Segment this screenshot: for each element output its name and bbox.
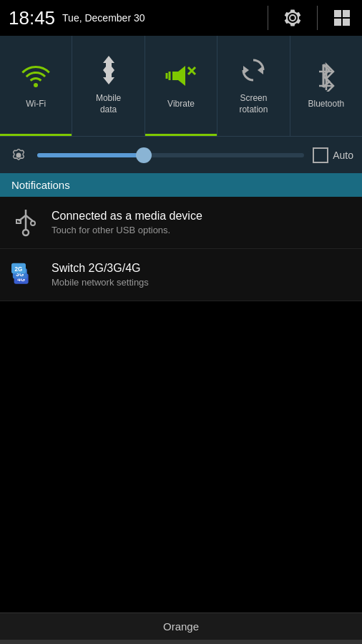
wifi-toggle[interactable]: Wi-Fi xyxy=(0,36,72,136)
status-bar: 18:45 Tue, December 30 xyxy=(0,0,362,36)
auto-container: Auto xyxy=(313,147,353,163)
usb-notification[interactable]: Connected as a media device Touch for ot… xyxy=(0,197,362,249)
bottom-area: Orange xyxy=(0,613,362,644)
settings-icon[interactable] xyxy=(281,6,304,29)
status-time: 18:45 xyxy=(9,7,55,29)
screen-rotation-icon xyxy=(235,52,272,89)
bluetooth-label: Bluetooth xyxy=(308,99,344,110)
status-divider xyxy=(268,6,268,30)
svg-marker-6 xyxy=(103,56,114,69)
brightness-slider[interactable] xyxy=(37,153,304,157)
vibrate-toggle[interactable]: Vibrate xyxy=(145,36,217,136)
usb-notification-subtitle: Touch for other USB options. xyxy=(52,225,351,235)
auto-checkbox[interactable] xyxy=(313,147,328,163)
grid-icon[interactable] xyxy=(331,6,353,29)
svg-rect-0 xyxy=(334,10,341,17)
brightness-row: Auto xyxy=(0,136,362,173)
usb-notification-title: Connected as a media device xyxy=(52,210,351,223)
bottom-label: Orange xyxy=(0,613,362,640)
status-right xyxy=(260,6,353,30)
usb-icon xyxy=(11,208,40,237)
wifi-active-bar xyxy=(0,134,72,136)
screen-rotation-toggle[interactable]: Screenrotation xyxy=(217,36,290,136)
svg-point-17 xyxy=(23,230,29,235)
brightness-gear-icon[interactable] xyxy=(9,145,29,165)
bluetooth-icon xyxy=(308,57,345,94)
notifications-title: Notifications xyxy=(11,179,70,191)
svg-line-20 xyxy=(26,215,33,221)
svg-marker-7 xyxy=(103,72,114,84)
status-divider-2 xyxy=(317,6,318,30)
usb-notification-text: Connected as a media device Touch for ot… xyxy=(52,210,351,235)
vibrate-icon xyxy=(162,57,200,94)
svg-point-15 xyxy=(16,152,21,157)
bottom-bar xyxy=(0,640,362,644)
auto-label: Auto xyxy=(333,150,353,161)
svg-rect-3 xyxy=(343,19,350,26)
bluetooth-toggle[interactable]: Bluetooth xyxy=(290,36,362,136)
svg-marker-8 xyxy=(172,66,185,86)
network-notification[interactable]: 4G 3G 2G Switch 2G/3G/4G Mobile network … xyxy=(0,249,362,301)
quick-toggles: Wi-Fi Mobiledata xyxy=(0,36,362,136)
status-left: 18:45 Tue, December 30 xyxy=(9,7,145,29)
svg-rect-1 xyxy=(343,10,350,17)
svg-rect-19 xyxy=(16,220,21,223)
mobile-data-toggle[interactable]: Mobiledata xyxy=(72,36,145,136)
vibrate-active-bar xyxy=(145,134,217,136)
network-notification-text: Switch 2G/3G/4G Mobile network settings xyxy=(52,262,351,288)
brightness-thumb xyxy=(136,147,152,163)
svg-text:2G: 2G xyxy=(15,266,23,273)
svg-marker-13 xyxy=(258,66,263,74)
svg-rect-2 xyxy=(334,19,341,26)
svg-point-21 xyxy=(31,221,35,225)
svg-marker-14 xyxy=(243,66,249,74)
notifications-header: Notifications xyxy=(0,173,362,197)
network-notification-title: Switch 2G/3G/4G xyxy=(52,262,351,275)
wifi-label: Wi-Fi xyxy=(26,99,46,110)
mobile-data-label: Mobiledata xyxy=(96,93,121,115)
mobile-data-icon xyxy=(90,52,127,89)
screen-rotation-label: Screenrotation xyxy=(239,93,268,115)
vibrate-label: Vibrate xyxy=(167,99,195,110)
status-date: Tue, December 30 xyxy=(62,12,145,24)
brightness-fill xyxy=(37,153,144,157)
network-icon: 4G 3G 2G xyxy=(11,260,40,289)
notifications-list: Connected as a media device Touch for ot… xyxy=(0,197,362,301)
wifi-icon xyxy=(17,57,54,94)
network-notification-subtitle: Mobile network settings xyxy=(52,277,351,288)
